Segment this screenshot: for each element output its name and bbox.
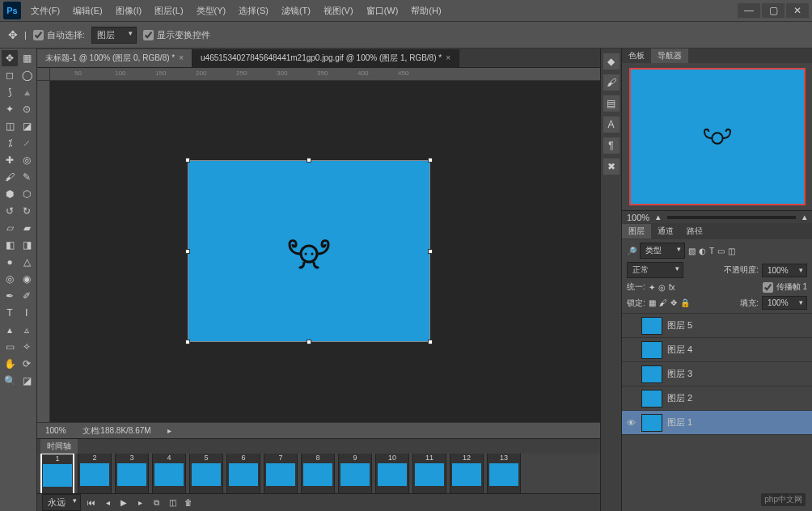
layer-item[interactable]: 图层 2 (622, 386, 812, 411)
timeline-tab[interactable]: 时间轴 (40, 439, 78, 454)
navigator-zoom-value[interactable]: 100% (627, 213, 649, 222)
delete-frame-button[interactable]: 🗑 (183, 497, 194, 509)
freeform-pen-tool[interactable]: ✐ (19, 288, 35, 304)
heal-tool[interactable]: ✚ (2, 152, 18, 168)
visibility-toggle[interactable] (625, 369, 636, 380)
eraser-tool[interactable]: ▱ (2, 220, 18, 236)
tab-paths[interactable]: 路径 (680, 224, 709, 239)
menu-window[interactable]: 窗口(W) (362, 2, 404, 19)
brush-tool[interactable]: 🖌 (2, 169, 18, 185)
move-tool[interactable]: ✥ (2, 50, 18, 66)
direct-select-tool[interactable]: ▵ (19, 322, 35, 338)
pencil-tool[interactable]: ✎ (19, 169, 35, 185)
vtype-tool[interactable]: Ⅰ (19, 305, 35, 321)
align-top-icon[interactable] (225, 27, 239, 42)
transform-handle[interactable] (307, 158, 311, 163)
align-bottom-icon[interactable] (264, 27, 278, 42)
history-icon[interactable]: ◆ (603, 53, 620, 70)
visibility-toggle[interactable] (625, 393, 636, 404)
ruler-tool[interactable]: ⟋ (19, 135, 35, 151)
visibility-toggle[interactable] (625, 344, 636, 356)
next-frame-button[interactable]: ▸ (134, 497, 146, 509)
blur-tool[interactable]: ● (2, 254, 18, 270)
crop-tool[interactable]: ◫ (2, 118, 18, 134)
filter-adjust-icon[interactable]: ◐ (699, 247, 706, 256)
fill-field[interactable]: 100% (762, 296, 807, 310)
menu-filter[interactable]: 滤镜(T) (277, 2, 315, 19)
artboard[interactable] (188, 160, 430, 342)
minimize-button[interactable]: — (738, 3, 760, 18)
filter-type-icon[interactable]: T (709, 247, 714, 256)
timeline-frame[interactable]: 9 (338, 454, 372, 493)
slice-tool[interactable]: ◪ (19, 118, 35, 134)
unify-visibility-icon[interactable]: ◎ (658, 283, 666, 292)
layer-item[interactable]: 图层 3 (622, 362, 812, 386)
ruler-horizontal[interactable]: 50100150200250300350400450 (50, 68, 600, 81)
stamp-tool[interactable]: ⬢ (2, 186, 18, 202)
first-frame-button[interactable]: ⏮ (86, 497, 97, 509)
timeline-frame[interactable]: 8 (301, 454, 335, 493)
menu-layer[interactable]: 图层(L) (150, 2, 188, 19)
timeline-frame[interactable]: 13 (487, 454, 521, 493)
pattern-stamp-tool[interactable]: ⬡ (19, 186, 35, 202)
timeline-frame[interactable]: 5 (189, 454, 223, 493)
layer-item[interactable]: 👁图层 1 (622, 411, 812, 435)
unify-style-icon[interactable]: fx (669, 283, 675, 292)
auto-select-checkbox[interactable]: 自动选择: (33, 29, 85, 41)
zoom-in-icon[interactable]: ▴ (802, 212, 807, 222)
lock-all-icon[interactable]: 🔒 (680, 298, 690, 307)
lock-transparent-icon[interactable]: ▦ (649, 298, 656, 307)
navigator-preview[interactable] (622, 63, 812, 210)
zoom-tool[interactable]: 🔍 (2, 373, 18, 389)
play-button[interactable]: ▶ (118, 497, 129, 509)
transform-handle[interactable] (185, 340, 190, 344)
tab-layers[interactable]: 图层 (622, 224, 651, 239)
zoom-out-icon[interactable]: ▴ (656, 212, 661, 222)
dodge-tool[interactable]: ◎ (2, 271, 18, 287)
transform-handle[interactable] (185, 158, 190, 163)
visibility-toggle[interactable]: 👁 (625, 417, 636, 429)
layer-item[interactable]: 图层 5 (622, 314, 812, 338)
propagate-frame-checkbox[interactable]: 传播帧 1 (763, 281, 807, 293)
loop-dropdown[interactable]: 永远 (42, 494, 81, 511)
close-icon[interactable]: × (179, 53, 184, 62)
poly-lasso-tool[interactable]: ⟁ (19, 84, 35, 100)
filter-shape-icon[interactable]: ▭ (717, 247, 725, 256)
ellipse-marquee-tool[interactable]: ◯ (19, 67, 35, 83)
transform-handle[interactable] (428, 158, 433, 163)
path-select-tool[interactable]: ▴ (2, 322, 18, 338)
document-tab-2[interactable]: u4651534027845648441m21gp0.jpg.gif @ 100… (192, 49, 459, 67)
menu-type[interactable]: 类型(Y) (192, 2, 231, 19)
menu-select[interactable]: 选择(S) (234, 2, 273, 19)
sharpen-tool[interactable]: △ (19, 254, 35, 270)
timeline-frame[interactable]: 1 (40, 454, 74, 493)
align-hcenter-icon[interactable] (302, 27, 317, 42)
tab-swatches[interactable]: 色板 (622, 49, 651, 63)
swatches-icon[interactable]: ▤ (603, 95, 620, 112)
layer-item[interactable]: 图层 4 (622, 338, 812, 362)
layer-filter-kind[interactable]: 类型 (640, 243, 685, 259)
document-tab-1[interactable]: 未标题-1 @ 100% (图层 0, RGB/8) * × (37, 49, 192, 67)
history-brush-tool[interactable]: ↺ (2, 203, 18, 219)
custom-shape-tool[interactable]: ✧ (19, 339, 35, 355)
shape-tool[interactable]: ▭ (2, 339, 18, 355)
prev-frame-button[interactable]: ◂ (102, 497, 113, 509)
chevron-right-icon[interactable]: ▸ (167, 426, 171, 435)
menu-edit[interactable]: 编辑(E) (68, 2, 108, 19)
character-icon[interactable]: A (603, 116, 620, 133)
filter-image-icon[interactable]: ▧ (688, 247, 696, 256)
new-frame-button[interactable]: ◫ (167, 497, 178, 509)
eyedropper-tool[interactable]: ⁒ (2, 135, 18, 151)
menu-view[interactable]: 视图(V) (319, 2, 358, 19)
menu-image[interactable]: 图像(I) (111, 2, 146, 19)
tab-channels[interactable]: 通道 (651, 224, 680, 239)
timeline-frame[interactable]: 4 (152, 454, 186, 493)
filter-smart-icon[interactable]: ◫ (728, 247, 735, 256)
canvas-area[interactable] (50, 81, 600, 422)
align-left-icon[interactable] (283, 27, 298, 42)
quick-select-tool[interactable]: ⊙ (19, 101, 35, 117)
timeline-frame[interactable]: 3 (115, 454, 149, 493)
timeline-frame[interactable]: 7 (264, 454, 298, 493)
menu-help[interactable]: 帮助(H) (406, 2, 446, 19)
maximize-button[interactable]: ▢ (762, 3, 785, 18)
